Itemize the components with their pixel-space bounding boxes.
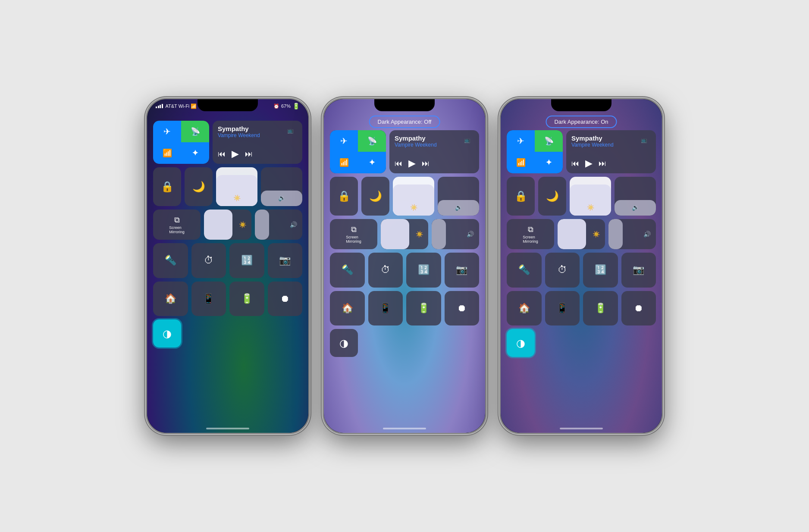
fwd-btn-1[interactable]: ⏭ [245, 150, 253, 159]
row-5-2: 🏠 📱 🔋 ⏺ [330, 291, 479, 326]
moon-icon-3: 🌙 [546, 190, 559, 202]
bluetooth-icon-3: ✦ [546, 158, 552, 167]
record-btn-2[interactable]: ⏺ [445, 291, 480, 326]
screen-1: AT&T Wi-Fi 📶 ⏰ 67% 🔋 ✈ [147, 99, 308, 433]
camera-btn-3[interactable]: 📷 [621, 253, 656, 288]
record-btn-1[interactable]: ⏺ [268, 282, 303, 316]
wifi-btn-2[interactable]: 📶 [330, 152, 358, 173]
cellular-btn-1[interactable]: 📡 [181, 121, 209, 142]
wifi-btn-3[interactable]: 📶 [507, 152, 535, 173]
record-icon-1: ⏺ [280, 293, 290, 304]
timer-btn-1[interactable]: ⏱ [191, 243, 226, 278]
volume-h-slider-3[interactable]: 🔊 [608, 219, 656, 249]
airplane-btn-2[interactable]: ✈ [330, 130, 358, 152]
appearance-btn-2[interactable]: ◑ [330, 329, 358, 357]
row-5-3: 🏠 📱 🔋 ⏺ [507, 291, 656, 326]
flashlight-btn-1[interactable]: 🔦 [153, 243, 188, 278]
cellular-btn-2[interactable]: 📡 [358, 130, 386, 152]
do-not-disturb-btn-3[interactable]: 🌙 [538, 177, 566, 216]
volume-h-slider-1[interactable]: 🔊 [255, 210, 302, 240]
appearance-btn-1[interactable]: ◑ [153, 319, 181, 347]
calculator-btn-3[interactable]: 🔢 [583, 253, 618, 288]
remote-btn-1[interactable]: 📱 [191, 282, 226, 316]
appearance-icon-2: ◑ [339, 337, 348, 349]
appearance-icon-3: ◑ [516, 337, 525, 349]
rew-btn-3[interactable]: ⏮ [571, 159, 579, 168]
record-icon-3: ⏺ [634, 303, 643, 314]
airplane-btn-3[interactable]: ✈ [507, 130, 535, 152]
home-btn-1[interactable]: 🏠 [153, 282, 188, 316]
home-btn-2[interactable]: 🏠 [330, 291, 365, 326]
brightness-slider-3[interactable]: ☀️ [570, 177, 611, 216]
home-bar-1 [206, 428, 249, 429]
flashlight-btn-2[interactable]: 🔦 [330, 253, 365, 288]
row-3-3: ⧉ ScreenMirroring ☀️ 🔊 [507, 219, 656, 249]
lowpower-btn-2[interactable]: 🔋 [406, 291, 441, 326]
flashlight-btn-3[interactable]: 🔦 [507, 253, 542, 288]
lowpower-btn-3[interactable]: 🔋 [583, 291, 618, 326]
rew-btn-1[interactable]: ⏮ [218, 150, 226, 159]
rew-btn-2[interactable]: ⏮ [395, 159, 402, 168]
volume-icon-2: 🔉 [455, 204, 462, 211]
fwd-btn-2[interactable]: ⏭ [422, 159, 430, 168]
now-playing-1: Sympathy Vampire Weekend 📺 ⏮ ▶ ⏭ [213, 121, 302, 164]
play-btn-3[interactable]: ▶ [585, 158, 593, 169]
rotation-lock-btn-1[interactable]: 🔒 [153, 167, 181, 206]
screen-mirror-btn-3[interactable]: ⧉ ScreenMirroring [507, 219, 554, 249]
remote-btn-2[interactable]: 📱 [368, 291, 403, 326]
calculator-icon-2: 🔢 [418, 264, 430, 275]
screen-mirror-icon-3: ⧉ [528, 225, 533, 234]
timer-btn-2[interactable]: ⏱ [368, 253, 403, 288]
home-btn-3[interactable]: 🏠 [507, 291, 542, 326]
camera-btn-2[interactable]: 📷 [445, 253, 480, 288]
bluetooth-icon-2: ✦ [369, 158, 375, 167]
volume-slider-1[interactable]: 🔉 [261, 167, 302, 206]
record-btn-3[interactable]: ⏺ [621, 291, 656, 326]
remote-btn-3[interactable]: 📱 [545, 291, 580, 326]
airplay-icon-2[interactable]: 📺 [464, 137, 470, 144]
bluetooth-btn-3[interactable]: ✦ [535, 152, 563, 173]
calculator-icon-3: 🔢 [595, 264, 606, 275]
brightness-h-slider-3[interactable]: ☀️ [558, 219, 605, 249]
brightness-h-slider-1[interactable]: ☀️ [204, 210, 251, 240]
volume-slider-2[interactable]: 🔉 [438, 177, 479, 216]
play-btn-2[interactable]: ▶ [408, 158, 416, 169]
appearance-btn-3[interactable]: ◑ [507, 329, 535, 357]
brightness-h-slider-2[interactable]: ☀️ [381, 219, 428, 249]
row-5-1: 🏠 📱 🔋 ⏺ [153, 282, 302, 316]
rotation-lock-btn-3[interactable]: 🔒 [507, 177, 535, 216]
screen-mirror-btn-2[interactable]: ⧉ ScreenMirroring [330, 219, 377, 249]
timer-btn-3[interactable]: ⏱ [545, 253, 580, 288]
cellular-btn-3[interactable]: 📡 [535, 130, 563, 152]
play-btn-1[interactable]: ▶ [232, 148, 239, 160]
camera-btn-1[interactable]: 📷 [268, 243, 303, 278]
airplay-icon-3[interactable]: 📺 [641, 137, 647, 144]
brightness-slider-1[interactable]: ☀️ [216, 167, 257, 206]
calculator-btn-1[interactable]: 🔢 [229, 243, 264, 278]
fwd-btn-3[interactable]: ⏭ [599, 159, 606, 168]
do-not-disturb-btn-1[interactable]: 🌙 [185, 167, 213, 206]
volume-h-slider-2[interactable]: 🔊 [432, 219, 479, 249]
wifi-btn-1[interactable]: 📶 [153, 142, 181, 164]
phone-3: Dark Appearance: On ✈ 📡 📶 [499, 98, 663, 434]
rotation-lock-btn-2[interactable]: 🔒 [330, 177, 358, 216]
volume-slider-3[interactable]: 🔉 [615, 177, 656, 216]
bluetooth-btn-1[interactable]: ✦ [181, 142, 209, 164]
screen-mirror-btn-1[interactable]: ⧉ ScreenMirroring [153, 210, 201, 240]
do-not-disturb-btn-2[interactable]: 🌙 [361, 177, 389, 216]
lowpower-btn-1[interactable]: 🔋 [229, 282, 264, 316]
brightness-h-icon-3: ☀️ [593, 231, 600, 238]
moon-icon-2: 🌙 [369, 190, 382, 202]
brightness-slider-2[interactable]: ☀️ [393, 177, 434, 216]
lowpower-icon-1: 🔋 [241, 293, 253, 304]
connectivity-widget-3: ✈ 📡 📶 ✦ [507, 130, 563, 173]
np-artist-2: Vampire Weekend [395, 142, 474, 148]
calculator-btn-2[interactable]: 🔢 [406, 253, 441, 288]
home-bar-3 [560, 428, 603, 429]
timer-icon-1: ⏱ [204, 255, 213, 266]
airplay-icon-1[interactable]: 📺 [287, 128, 294, 134]
bluetooth-btn-2[interactable]: ✦ [358, 152, 386, 173]
brightness-icon-2: ☀️ [410, 204, 417, 211]
volume-icon-1: 🔉 [278, 194, 285, 202]
airplane-btn-1[interactable]: ✈ [153, 121, 181, 142]
